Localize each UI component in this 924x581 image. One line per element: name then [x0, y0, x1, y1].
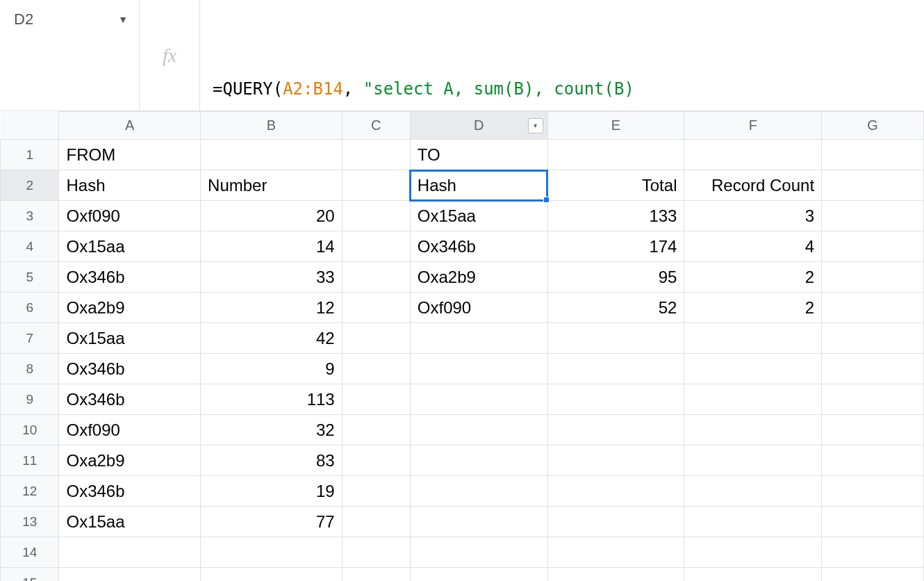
- cell-B15[interactable]: [201, 568, 343, 582]
- cell-A2[interactable]: Hash: [59, 170, 201, 201]
- cell-B6[interactable]: 12: [201, 293, 343, 323]
- cell-G3[interactable]: [822, 201, 924, 231]
- cell-C5[interactable]: [342, 262, 410, 293]
- cell-E6[interactable]: 52: [547, 293, 684, 323]
- cell-C9[interactable]: [342, 384, 410, 415]
- cell-E2[interactable]: Total: [547, 170, 684, 201]
- cell-G5[interactable]: [822, 262, 924, 293]
- cell-E8[interactable]: [547, 354, 684, 384]
- col-header-E[interactable]: E: [547, 112, 684, 140]
- cell-F10[interactable]: [684, 415, 822, 445]
- cell-G10[interactable]: [822, 415, 924, 445]
- cell-F6[interactable]: 2: [684, 293, 822, 323]
- row-header-3[interactable]: 3: [1, 201, 59, 231]
- select-all-corner[interactable]: [1, 112, 59, 140]
- cell-F8[interactable]: [684, 354, 822, 384]
- cell-F12[interactable]: [684, 476, 822, 507]
- cell-A12[interactable]: Ox346b: [59, 476, 201, 507]
- cell-C8[interactable]: [342, 354, 410, 384]
- cell-C6[interactable]: [342, 293, 410, 323]
- cell-F1[interactable]: [684, 140, 822, 170]
- row-header-7[interactable]: 7: [1, 323, 59, 354]
- cell-A10[interactable]: Oxf090: [59, 415, 201, 445]
- col-header-A[interactable]: A: [59, 112, 201, 140]
- cell-C4[interactable]: [342, 231, 410, 262]
- cell-B1[interactable]: [201, 140, 343, 170]
- cell-C1[interactable]: [342, 140, 410, 170]
- cell-C7[interactable]: [342, 323, 410, 354]
- cell-F3[interactable]: 3: [684, 201, 822, 231]
- cell-E4[interactable]: 174: [547, 231, 684, 262]
- cell-C13[interactable]: [342, 507, 410, 537]
- cell-A4[interactable]: Ox15aa: [59, 231, 201, 262]
- dropdown-icon[interactable]: ▼: [118, 14, 128, 25]
- row-header-14[interactable]: 14: [1, 537, 59, 568]
- cell-D4[interactable]: Ox346b: [410, 231, 547, 262]
- cell-G8[interactable]: [822, 354, 924, 384]
- cell-D11[interactable]: [410, 445, 547, 476]
- cell-F7[interactable]: [684, 323, 822, 354]
- cell-E12[interactable]: [547, 476, 684, 507]
- cell-D7[interactable]: [410, 323, 547, 354]
- cell-G2[interactable]: [822, 170, 924, 201]
- col-header-F[interactable]: F: [684, 112, 822, 140]
- cell-A14[interactable]: [59, 537, 201, 568]
- row-header-5[interactable]: 5: [1, 262, 59, 293]
- cell-D1[interactable]: TO: [410, 140, 547, 170]
- cell-A11[interactable]: Oxa2b9: [59, 445, 201, 476]
- cell-C15[interactable]: [342, 568, 410, 582]
- cell-B8[interactable]: 9: [201, 354, 343, 384]
- cell-C11[interactable]: [342, 445, 410, 476]
- cell-B10[interactable]: 32: [201, 415, 343, 445]
- cell-C12[interactable]: [342, 476, 410, 507]
- cell-D3[interactable]: Ox15aa: [410, 201, 547, 231]
- spreadsheet-grid[interactable]: ABCD▾EFG 1FROMTO2HashNumberHashTotalReco…: [0, 111, 924, 581]
- cell-G7[interactable]: [822, 323, 924, 354]
- cell-A1[interactable]: FROM: [59, 140, 201, 170]
- col-header-C[interactable]: C: [342, 112, 410, 140]
- row-header-10[interactable]: 10: [1, 415, 59, 445]
- cell-E13[interactable]: [547, 507, 684, 537]
- cell-D9[interactable]: [410, 384, 547, 415]
- cell-C10[interactable]: [342, 415, 410, 445]
- cell-C14[interactable]: [342, 537, 410, 568]
- cell-G14[interactable]: [822, 537, 924, 568]
- cell-D13[interactable]: [410, 507, 547, 537]
- cell-B2[interactable]: Number: [201, 170, 343, 201]
- cell-G12[interactable]: [822, 476, 924, 507]
- filter-dropdown-icon[interactable]: ▾: [528, 118, 543, 133]
- cell-F11[interactable]: [684, 445, 822, 476]
- cell-F9[interactable]: [684, 384, 822, 415]
- cell-B5[interactable]: 33: [201, 262, 343, 293]
- row-header-12[interactable]: 12: [1, 476, 59, 507]
- cell-F4[interactable]: 4: [684, 231, 822, 262]
- cell-D14[interactable]: [410, 537, 547, 568]
- cell-B3[interactable]: 20: [201, 201, 343, 231]
- cell-D2[interactable]: Hash: [410, 170, 547, 201]
- cell-D8[interactable]: [410, 354, 547, 384]
- cell-E7[interactable]: [547, 323, 684, 354]
- row-header-15[interactable]: 15: [1, 568, 59, 582]
- col-header-G[interactable]: G: [822, 112, 924, 140]
- cell-E1[interactable]: [547, 140, 684, 170]
- cell-F13[interactable]: [684, 507, 822, 537]
- row-header-6[interactable]: 6: [1, 293, 59, 323]
- cell-E9[interactable]: [547, 384, 684, 415]
- col-header-B[interactable]: B: [201, 112, 343, 140]
- cell-F2[interactable]: Record Count: [684, 170, 822, 201]
- cell-D10[interactable]: [410, 415, 547, 445]
- cell-G9[interactable]: [822, 384, 924, 415]
- col-header-D[interactable]: D▾: [410, 112, 547, 140]
- cell-G13[interactable]: [822, 507, 924, 537]
- cell-E14[interactable]: [547, 537, 684, 568]
- cell-G6[interactable]: [822, 293, 924, 323]
- cell-D12[interactable]: [410, 476, 547, 507]
- cell-A3[interactable]: Oxf090: [59, 201, 201, 231]
- row-header-1[interactable]: 1: [1, 140, 59, 170]
- cell-E11[interactable]: [547, 445, 684, 476]
- cell-A6[interactable]: Oxa2b9: [59, 293, 201, 323]
- cell-B7[interactable]: 42: [201, 323, 343, 354]
- row-header-4[interactable]: 4: [1, 231, 59, 262]
- cell-G4[interactable]: [822, 231, 924, 262]
- cell-A8[interactable]: Ox346b: [59, 354, 201, 384]
